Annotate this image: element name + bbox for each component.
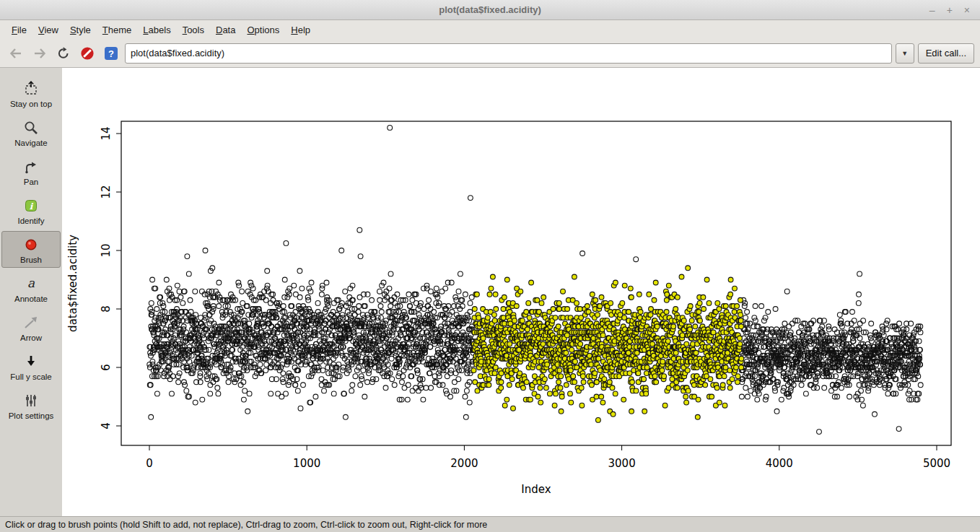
menubar: FileViewStyleThemeLabelsToolsDataOptions… bbox=[0, 20, 980, 39]
help-button[interactable]: ? bbox=[101, 43, 121, 64]
menu-item-data[interactable]: Data bbox=[210, 22, 241, 38]
toolbar: ? ▼ Edit call... bbox=[0, 39, 980, 68]
annotate-icon: a bbox=[22, 274, 40, 293]
brush-icon bbox=[22, 235, 40, 254]
svg-text:10: 10 bbox=[100, 243, 113, 257]
arrow-icon bbox=[22, 313, 40, 332]
app-window: plot(data$fixed.acidity) – + × FileViewS… bbox=[0, 0, 980, 532]
stop-icon bbox=[80, 46, 95, 61]
window-title: plot(data$fixed.acidity) bbox=[0, 4, 980, 15]
x-axis-label: Index bbox=[521, 483, 551, 496]
close-button[interactable]: × bbox=[964, 4, 970, 16]
stay-on-top-icon bbox=[22, 79, 40, 98]
plot-area[interactable]: 010002000300040005000468101214Indexdata$… bbox=[62, 68, 980, 516]
menu-item-file[interactable]: File bbox=[6, 22, 32, 38]
undo-redraw-icon bbox=[56, 46, 71, 61]
sidebar-tool-pan[interactable]: Pan bbox=[1, 153, 61, 190]
menu-item-labels[interactable]: Labels bbox=[137, 22, 176, 38]
sidebar-tool-label: Plot settings bbox=[9, 411, 54, 420]
sidebar-tool-label: Navigate bbox=[14, 139, 47, 147]
statusbar: Click or drag to brush points (hold Shif… bbox=[0, 516, 980, 532]
points-brushed bbox=[471, 266, 744, 422]
svg-text:14: 14 bbox=[100, 126, 113, 140]
svg-text:5000: 5000 bbox=[923, 457, 950, 470]
menu-item-theme[interactable]: Theme bbox=[97, 22, 137, 38]
menu-item-help[interactable]: Help bbox=[285, 22, 316, 38]
svg-text:?: ? bbox=[108, 48, 114, 58]
chevron-down-icon: ▼ bbox=[901, 50, 908, 57]
sidebar-tool-plot-settings[interactable]: Plot settings bbox=[1, 387, 61, 424]
minimize-button[interactable]: – bbox=[929, 4, 935, 16]
sidebar-tool-identify[interactable]: iIdentify bbox=[1, 192, 61, 229]
sidebar: Stay on topNavigatePaniIdentifyBrushaAnn… bbox=[0, 68, 62, 516]
forward-arrow-icon bbox=[32, 46, 47, 61]
sidebar-tool-navigate[interactable]: Navigate bbox=[1, 114, 61, 151]
full-y-scale-icon bbox=[22, 352, 40, 371]
axis-ticks: 010002000300040005000468101214 bbox=[100, 126, 950, 470]
edit-call-button[interactable]: Edit call... bbox=[918, 43, 974, 64]
back-button[interactable] bbox=[6, 43, 26, 64]
titlebar: plot(data$fixed.acidity) – + × bbox=[0, 0, 980, 20]
help-icon: ? bbox=[104, 46, 118, 61]
sidebar-tool-annotate[interactable]: aAnnotate bbox=[1, 270, 61, 307]
window-controls: – + × bbox=[929, 4, 980, 16]
main-body: Stay on topNavigatePaniIdentifyBrushaAnn… bbox=[0, 68, 980, 516]
sidebar-tool-arrow[interactable]: Arrow bbox=[1, 309, 61, 346]
pan-icon bbox=[22, 157, 40, 176]
svg-text:6: 6 bbox=[100, 364, 113, 371]
svg-text:12: 12 bbox=[100, 185, 113, 199]
svg-text:a: a bbox=[27, 276, 35, 290]
points-unbrushed bbox=[147, 126, 923, 435]
menu-item-tools[interactable]: Tools bbox=[177, 22, 210, 38]
scatter-plot[interactable]: 010002000300040005000468101214Indexdata$… bbox=[62, 68, 980, 516]
sidebar-tool-label: Pan bbox=[24, 178, 38, 186]
call-history-dropdown[interactable]: ▼ bbox=[896, 43, 914, 64]
svg-text:1000: 1000 bbox=[293, 457, 320, 470]
back-arrow-icon bbox=[9, 46, 23, 61]
identify-icon: i bbox=[22, 196, 40, 215]
sidebar-tool-stay-on-top[interactable]: Stay on top bbox=[1, 75, 61, 112]
menu-item-view[interactable]: View bbox=[32, 22, 64, 38]
svg-text:0: 0 bbox=[146, 457, 153, 470]
plot-settings-icon bbox=[22, 391, 40, 410]
sidebar-tool-label: Arrow bbox=[20, 333, 42, 342]
sidebar-tool-label: Full y scale bbox=[10, 372, 52, 381]
sidebar-tool-label: Identify bbox=[17, 217, 44, 225]
menu-item-style[interactable]: Style bbox=[64, 22, 97, 38]
y-axis-label: data$fixed.acidity bbox=[66, 235, 79, 332]
forward-button[interactable] bbox=[30, 43, 50, 64]
stop-button[interactable] bbox=[77, 43, 97, 64]
svg-text:4000: 4000 bbox=[766, 457, 793, 470]
sidebar-tool-brush[interactable]: Brush bbox=[1, 231, 61, 268]
menu-item-options[interactable]: Options bbox=[241, 22, 285, 38]
sidebar-tool-label: Annotate bbox=[14, 295, 48, 303]
maximize-button[interactable]: + bbox=[947, 4, 953, 16]
sidebar-tool-label: Stay on top bbox=[10, 100, 52, 108]
svg-text:4: 4 bbox=[100, 422, 113, 429]
redraw-button[interactable] bbox=[53, 43, 74, 64]
sidebar-tool-label: Brush bbox=[20, 256, 42, 264]
status-text: Click or drag to brush points (hold Shif… bbox=[5, 520, 487, 530]
svg-text:8: 8 bbox=[100, 305, 113, 313]
call-input[interactable] bbox=[125, 43, 892, 64]
navigate-icon bbox=[22, 118, 40, 137]
svg-text:3000: 3000 bbox=[608, 457, 636, 470]
svg-text:2000: 2000 bbox=[450, 457, 478, 470]
sidebar-tool-full-y-scale[interactable]: Full y scale bbox=[1, 348, 61, 385]
